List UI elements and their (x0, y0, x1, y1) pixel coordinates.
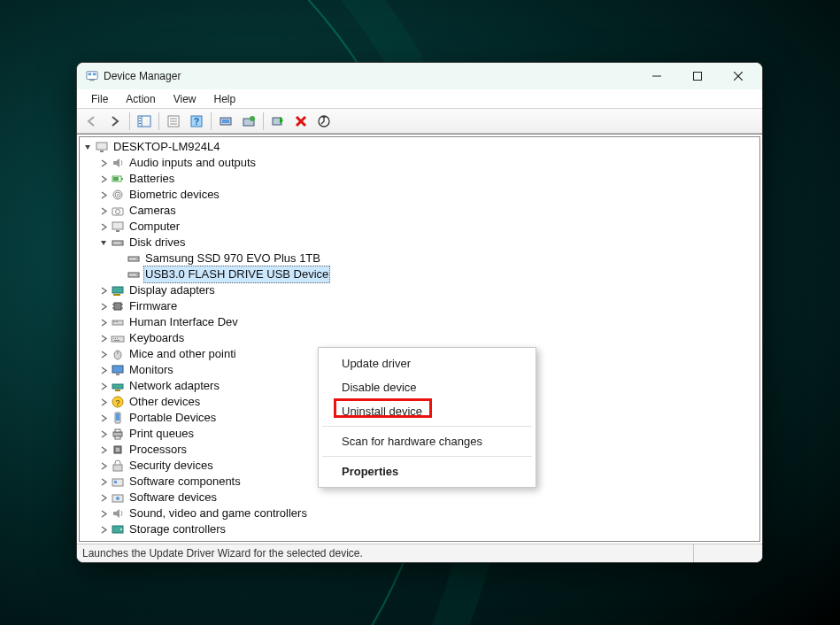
maximize-button[interactable] (677, 63, 718, 89)
tree-category-keyboards[interactable]: Keyboards (81, 330, 758, 346)
menu-file[interactable]: File (82, 89, 117, 108)
svg-text:?: ? (194, 117, 199, 127)
tree-item-ssd[interactable]: Samsung SSD 970 EVO Plus 1TB (81, 251, 758, 266)
close-button[interactable] (718, 63, 759, 89)
svg-rect-51 (113, 321, 115, 322)
toolbar-properties-button[interactable] (163, 112, 184, 131)
tree-category-audio[interactable]: Audio inputs and outputs (81, 155, 758, 171)
tree-category-biometric[interactable]: Biometric devices (81, 187, 758, 203)
tree-category-swdev[interactable]: Software devices (81, 490, 758, 505)
menu-help[interactable]: Help (205, 89, 245, 108)
chevron-right-icon[interactable] (97, 316, 110, 328)
context-menu-scan-hardware[interactable]: Scan for hardware changes (320, 429, 534, 453)
chevron-right-icon[interactable] (97, 523, 110, 536)
toolbar-enable-device-button[interactable] (267, 112, 289, 131)
toolbar-forward-button[interactable] (104, 112, 126, 131)
portable-device-icon (111, 411, 125, 425)
chevron-right-icon[interactable] (97, 380, 110, 392)
menu-view[interactable]: View (165, 89, 205, 108)
chevron-right-icon[interactable] (97, 459, 110, 472)
menu-action[interactable]: Action (117, 89, 164, 108)
unknown-device-icon: ? (111, 395, 125, 409)
chevron-right-icon[interactable] (97, 507, 110, 520)
svg-rect-50 (112, 320, 123, 325)
tree-root[interactable]: DESKTOP-LM924L4 (81, 139, 758, 155)
toolbar-scan-button[interactable] (313, 112, 335, 131)
tree-category-sound[interactable]: Sound, video and game controllers (81, 505, 758, 521)
minimize-button[interactable] (636, 63, 677, 89)
svg-point-40 (136, 258, 138, 260)
svg-rect-54 (113, 338, 114, 339)
tree-category-computer[interactable]: Computer (81, 219, 758, 235)
software-component-icon (111, 475, 125, 489)
chevron-right-icon[interactable] (97, 348, 110, 360)
statusbar: Launches the Update Driver Wizard for th… (77, 544, 762, 562)
context-menu-disable-device[interactable]: Disable device (320, 375, 534, 399)
chevron-right-icon[interactable] (97, 539, 110, 542)
chevron-right-icon[interactable] (97, 300, 110, 312)
chevron-down-icon[interactable] (81, 141, 94, 153)
speaker-icon (111, 156, 125, 170)
tree-category-hid[interactable]: Human Interface Dev (81, 314, 758, 330)
svg-rect-44 (113, 294, 120, 296)
svg-point-34 (116, 210, 120, 214)
svg-rect-36 (116, 230, 119, 232)
software-device-icon (111, 490, 125, 505)
svg-rect-20 (222, 120, 229, 123)
chevron-right-icon[interactable] (97, 412, 110, 424)
chevron-right-icon[interactable] (97, 332, 110, 344)
disk-icon (127, 267, 141, 282)
statusbar-handle (693, 544, 762, 562)
sound-icon (111, 506, 125, 521)
tree-category-system[interactable]: System devices (81, 537, 758, 542)
device-manager-window: Device Manager File Action View Help (76, 62, 763, 563)
toolbar-update-driver-button[interactable] (238, 112, 259, 131)
toolbar-help-button[interactable]: ? (186, 112, 207, 131)
tree-category-cameras[interactable]: Cameras (81, 203, 758, 219)
chevron-right-icon[interactable] (97, 364, 110, 376)
mouse-icon (111, 347, 125, 361)
svg-rect-45 (114, 303, 121, 310)
context-menu-properties[interactable]: Properties (320, 459, 534, 483)
tree-root-label: DESKTOP-LM924L4 (112, 139, 221, 155)
tree-category-display[interactable]: Display adapters (81, 282, 758, 298)
tree-category-batteries[interactable]: Batteries (81, 171, 758, 187)
camera-icon (111, 204, 125, 218)
tree-item-usb-flash[interactable]: USB3.0 FLASH DRIVE USB Device (81, 266, 758, 282)
tree-category-firmware[interactable]: Firmware (81, 298, 758, 314)
chevron-right-icon[interactable] (97, 157, 110, 169)
toolbar-scan-hardware-button[interactable] (215, 112, 236, 131)
toolbar-back-button[interactable] (81, 112, 103, 131)
toolbar-show-hide-tree-button[interactable] (134, 112, 155, 131)
chevron-down-icon[interactable] (97, 236, 110, 249)
pc-icon (111, 220, 125, 234)
context-menu-uninstall-device[interactable]: Uninstall device (320, 399, 534, 423)
svg-rect-12 (139, 123, 141, 124)
tree-category-storage[interactable]: Storage controllers (81, 521, 758, 537)
chevron-right-icon[interactable] (97, 428, 110, 440)
chevron-right-icon[interactable] (97, 220, 110, 233)
statusbar-text: Launches the Update Driver Wizard for th… (77, 547, 693, 559)
svg-point-38 (120, 243, 122, 244)
chevron-right-icon[interactable] (97, 189, 110, 201)
context-menu: Update driver Disable device Uninstall d… (318, 347, 536, 488)
titlebar[interactable]: Device Manager (77, 63, 762, 89)
svg-rect-74 (112, 479, 123, 486)
chevron-right-icon[interactable] (97, 491, 110, 504)
chip-icon (111, 299, 125, 313)
content-area: DESKTOP-LM924L4 Audio inputs and outputs… (77, 134, 762, 544)
chevron-right-icon[interactable] (97, 475, 110, 488)
chevron-right-icon[interactable] (97, 444, 110, 456)
svg-rect-1 (89, 73, 92, 76)
toolbar-uninstall-button[interactable] (290, 112, 312, 131)
chevron-right-icon[interactable] (97, 173, 110, 185)
svg-rect-26 (100, 150, 104, 152)
chevron-right-icon[interactable] (97, 284, 110, 297)
chevron-right-icon[interactable] (97, 204, 110, 217)
chevron-right-icon[interactable] (97, 396, 110, 408)
network-icon (111, 379, 125, 393)
tree-category-disk-drives[interactable]: Disk drives (81, 235, 758, 251)
svg-rect-75 (114, 481, 117, 483)
svg-rect-70 (115, 436, 120, 439)
context-menu-update-driver[interactable]: Update driver (320, 351, 534, 375)
